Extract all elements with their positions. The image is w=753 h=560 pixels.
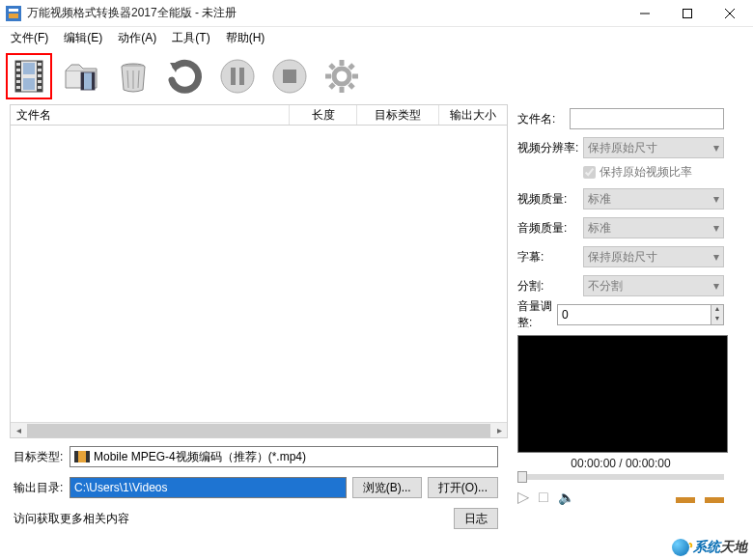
keep-ratio-checkbox[interactable] <box>583 166 596 179</box>
subtitle-label: 字幕: <box>517 249 583 266</box>
close-button[interactable] <box>709 0 751 27</box>
app-icon <box>6 6 21 21</box>
seek-knob[interactable] <box>517 471 527 483</box>
convert-button[interactable] <box>162 53 209 99</box>
svg-rect-21 <box>23 78 35 90</box>
target-type-label: 目标类型: <box>14 449 70 465</box>
svg-rect-2 <box>9 14 18 18</box>
menu-bar: 文件(F) 编辑(E) 动作(A) 工具(T) 帮助(H) <box>0 27 753 48</box>
svg-line-42 <box>330 84 334 88</box>
window-title: 万能视频格式转换器2017全能版 - 未注册 <box>27 5 624 21</box>
add-file-button[interactable] <box>6 53 52 99</box>
column-filename[interactable]: 文件名 <box>11 105 290 125</box>
svg-rect-24 <box>92 72 95 90</box>
svg-rect-13 <box>16 80 20 83</box>
svg-point-29 <box>221 60 254 93</box>
split-select[interactable]: 不分割 <box>583 275 724 296</box>
filename-label: 文件名: <box>517 111 570 127</box>
resolution-select[interactable]: 保持原始尺寸 <box>583 137 724 158</box>
svg-rect-18 <box>38 80 42 83</box>
toolbar <box>0 48 753 104</box>
file-list-header: 文件名 长度 目标类型 输出大小 <box>10 104 508 126</box>
volume-up-icon[interactable]: ▲ <box>711 305 723 315</box>
menu-action[interactable]: 动作(A) <box>113 28 161 48</box>
pause-button[interactable] <box>214 53 261 99</box>
svg-rect-45 <box>86 451 90 462</box>
watermark: 系统天地 <box>672 539 747 556</box>
svg-rect-11 <box>16 69 20 71</box>
column-size[interactable]: 输出大小 <box>439 105 507 125</box>
target-type-field[interactable]: Mobile MPEG-4视频编码（推荐）(*.mp4) <box>70 446 498 467</box>
horizontal-scrollbar[interactable]: ◂ ▸ <box>11 422 507 437</box>
audio-quality-label: 音频质量: <box>517 220 583 237</box>
browse-button[interactable]: 浏览(B)... <box>352 477 422 498</box>
svg-rect-4 <box>683 9 692 17</box>
speaker-icon[interactable]: 🔈 <box>558 490 574 505</box>
minimize-button[interactable] <box>624 0 666 27</box>
keep-ratio-label: 保持原始视频比率 <box>600 164 692 181</box>
play-icon[interactable]: ▷ <box>517 488 529 506</box>
menu-file[interactable]: 文件(F) <box>6 28 53 48</box>
column-target[interactable]: 目标类型 <box>357 105 439 125</box>
volume-label: 音量调整: <box>517 298 557 331</box>
svg-rect-12 <box>16 74 20 77</box>
scroll-left-icon[interactable]: ◂ <box>11 423 26 438</box>
menu-help[interactable]: 帮助(H) <box>221 28 270 48</box>
svg-rect-14 <box>16 86 20 89</box>
svg-line-39 <box>330 65 334 69</box>
svg-rect-16 <box>38 69 42 71</box>
svg-rect-30 <box>231 68 236 85</box>
volume-input[interactable] <box>557 304 711 325</box>
target-type-value: Mobile MPEG-4视频编码（推荐）(*.mp4) <box>94 449 306 465</box>
svg-line-41 <box>349 65 353 69</box>
preview-stop-icon[interactable]: □ <box>539 489 548 506</box>
video-preview <box>517 335 728 453</box>
svg-rect-33 <box>283 70 296 83</box>
volume-down-icon[interactable]: ▼ <box>711 315 723 324</box>
audio-quality-select[interactable]: 标准 <box>583 217 724 238</box>
delete-button[interactable] <box>110 53 156 99</box>
menu-edit[interactable]: 编辑(E) <box>59 28 107 48</box>
svg-rect-20 <box>23 63 35 74</box>
svg-rect-17 <box>38 74 42 77</box>
output-dir-field[interactable]: C:\Users\1\Videos <box>70 477 347 498</box>
subtitle-select[interactable]: 保持原始尺寸 <box>583 246 724 267</box>
split-label: 分割: <box>517 278 583 294</box>
log-button[interactable]: 日志 <box>454 508 498 529</box>
svg-line-40 <box>349 84 353 88</box>
maximize-button[interactable] <box>666 0 709 27</box>
scroll-right-icon[interactable]: ▸ <box>491 423 507 438</box>
video-quality-label: 视频质量: <box>517 191 583 208</box>
mark-out-icon[interactable]: ▬ <box>705 486 724 508</box>
svg-rect-31 <box>239 68 244 85</box>
open-button[interactable]: 打开(O)... <box>428 477 498 498</box>
svg-rect-1 <box>9 9 18 12</box>
svg-rect-44 <box>74 451 78 462</box>
resolution-label: 视频分辨率: <box>517 140 583 156</box>
svg-rect-23 <box>81 72 84 90</box>
svg-rect-19 <box>38 86 42 89</box>
scroll-thumb[interactable] <box>27 424 490 437</box>
filename-input[interactable] <box>570 108 724 129</box>
format-icon <box>74 451 90 462</box>
more-info-link[interactable]: 访问获取更多相关内容 <box>14 511 129 527</box>
video-quality-select[interactable]: 标准 <box>583 188 724 210</box>
column-length[interactable]: 长度 <box>290 105 357 125</box>
file-list-body[interactable]: ◂ ▸ <box>10 126 508 438</box>
output-dir-label: 输出目录: <box>14 480 70 496</box>
preview-time: 00:00:00 / 00:00:00 <box>517 457 724 470</box>
settings-button[interactable] <box>319 53 365 99</box>
seek-bar[interactable] <box>517 474 724 480</box>
svg-rect-10 <box>16 63 20 66</box>
svg-point-34 <box>334 69 349 84</box>
globe-icon <box>672 539 689 556</box>
svg-rect-15 <box>38 63 42 66</box>
add-folder-button[interactable] <box>58 53 104 99</box>
stop-button[interactable] <box>266 53 313 99</box>
mark-in-icon[interactable]: ▬ <box>676 486 695 508</box>
menu-tool[interactable]: 工具(T) <box>167 28 214 48</box>
